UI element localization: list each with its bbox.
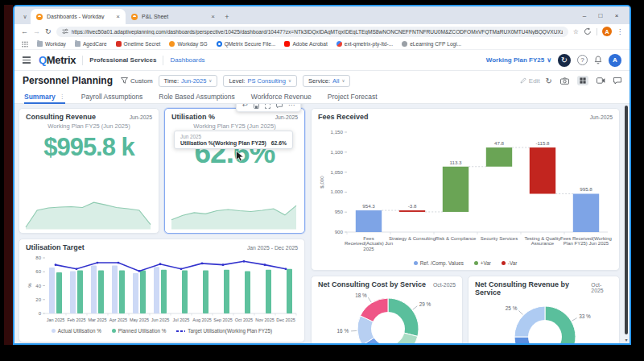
bookmark-item[interactable]: Onetime Secret	[116, 41, 161, 47]
consulting-revenue-card[interactable]: Consulting Revenue Jun-2025 Working Plan…	[19, 108, 159, 234]
svg-text:1,150: 1,150	[331, 129, 344, 135]
bookmark-item[interactable]: ext-qmetrix-pty-ltd-...	[336, 41, 393, 47]
browser-tab-pl-sheet[interactable]: P&L Sheet ×	[126, 9, 221, 24]
grid-icon	[580, 77, 586, 84]
card-title: Fees Received	[318, 113, 369, 121]
comment-icon[interactable]	[276, 104, 283, 109]
cost-by-service-card[interactable]: Net Consulting Cost by Service Oct-2025 …	[311, 276, 463, 343]
bookmark-item[interactable]: Workday	[37, 41, 66, 47]
tab-role-based-assumptions[interactable]: Role Based Assumptions	[159, 90, 235, 101]
qmetrix-logo: QMetrix	[39, 54, 76, 66]
site-settings-icon[interactable]	[62, 28, 68, 35]
svg-text:2025: 2025	[363, 247, 374, 251]
card-title: Net Consulting Cost by Service	[318, 280, 426, 288]
bookmark-item[interactable]: QMetrix Secure File...	[217, 41, 276, 47]
forward-button[interactable]: →	[33, 28, 40, 35]
service-filter[interactable]: Service:All∨	[303, 75, 350, 87]
tab-close-icon[interactable]: ×	[116, 13, 120, 20]
user-avatar[interactable]: A	[609, 54, 621, 67]
svg-text:Feb 2025: Feb 2025	[67, 317, 85, 322]
svg-text:Risk & Compliance: Risk & Compliance	[436, 236, 477, 241]
browser-menu-icon[interactable]: ⋮	[617, 28, 623, 35]
nav-dashboards[interactable]: Dashboards	[170, 56, 204, 64]
browser-profile-avatar[interactable]: A	[602, 27, 612, 36]
bookmark-item[interactable]: eLearning CFP Logi...	[402, 41, 461, 47]
bookmark-star-icon[interactable]: ☆	[573, 28, 579, 35]
svg-text:Fees: Fees	[363, 236, 374, 241]
notifications-bell-icon[interactable]	[594, 56, 602, 64]
url-bar[interactable]: https://livec50a01.adaptiveplanning.com/…	[56, 27, 568, 37]
back-button[interactable]: ←	[21, 28, 28, 35]
bookmark-item[interactable]: AgedCare	[75, 41, 107, 47]
reply-icon[interactable]: ↩	[242, 104, 248, 109]
scrollbar-down-arrow[interactable]: ▾	[624, 337, 629, 342]
chevron-down-icon: ∨	[208, 78, 212, 83]
adobe-favicon	[284, 41, 290, 47]
tab-project-forecast[interactable]: Project Forecast	[328, 90, 378, 101]
kebab-icon[interactable]: ⋮	[60, 93, 65, 100]
tab-payroll-assumptions[interactable]: Payroll Assumptions	[81, 90, 143, 101]
workday-favicon	[131, 14, 138, 20]
tab-summary[interactable]: Summary⋮	[24, 90, 65, 104]
video-icon[interactable]	[597, 77, 605, 84]
chevron-down-icon: ∨	[341, 78, 345, 83]
bookmark-item[interactable]: Adobe Acrobat	[284, 41, 327, 47]
svg-text:18 %: 18 %	[355, 293, 367, 298]
page-scrollbar[interactable]: ▾	[624, 106, 629, 343]
extension-icon[interactable]	[584, 27, 592, 35]
sync-button[interactable]: ↻	[558, 54, 571, 67]
new-tab-button[interactable]: +	[221, 10, 233, 24]
bookmark-item[interactable]: Workday SG	[169, 41, 207, 47]
more-icon[interactable]: ⋯	[288, 104, 295, 109]
scrollbar-thumb[interactable]	[625, 106, 628, 334]
custom-filter-toggle[interactable]: Custom	[121, 77, 153, 85]
edit-button[interactable]: Edit	[520, 77, 540, 85]
utilisation-target-card[interactable]: Utilisation Target Jan 2025 - Dec 2025 0…	[19, 239, 305, 342]
chart-legend: Ref. /Comp. Values +Var -Var	[318, 260, 613, 266]
elearning-favicon	[402, 41, 407, 47]
hamburger-menu-icon[interactable]	[23, 56, 31, 63]
nav-professional-services[interactable]: Professional Services	[89, 56, 156, 64]
folder-icon	[75, 41, 80, 47]
expand-icon[interactable]	[265, 104, 270, 109]
browser-tab-dashboards[interactable]: Dashboards - Workday ×	[31, 9, 126, 24]
maximize-button[interactable]: □	[592, 12, 609, 19]
grid-view-button[interactable]	[577, 76, 588, 85]
utilisation-card[interactable]: ↩ ⋯ Utilisation % Jun-2025 Working Plan …	[164, 108, 305, 234]
pencil-icon	[520, 77, 526, 84]
dashboard-controls: Personnel Planning Custom Time:Jun-2025∨…	[14, 71, 630, 90]
svg-text:Dec 2025: Dec 2025	[276, 317, 295, 322]
level-filter[interactable]: Level:PS Consulting∨	[223, 75, 297, 87]
onetime-secret-favicon	[116, 41, 122, 47]
svg-text:1,050: 1,050	[331, 169, 344, 175]
tooltip-value: 62.6%	[271, 140, 287, 146]
browser-window: ∨ Dashboards - Workday × P&L Sheet × + –…	[13, 5, 631, 345]
svg-text:Aug 2025: Aug 2025	[192, 317, 212, 322]
card-period: Oct-2025	[591, 282, 613, 293]
svg-text:1,100: 1,100	[331, 149, 344, 155]
save-icon[interactable]	[254, 104, 259, 109]
ext-favicon	[336, 41, 342, 47]
tab-search-button[interactable]: ∨	[19, 10, 31, 24]
time-filter[interactable]: Time:Jun-2025∨	[159, 75, 218, 87]
tab-close-icon[interactable]: ×	[211, 13, 215, 20]
close-button[interactable]: ×	[609, 12, 625, 19]
tab-title: P&L Sheet	[142, 14, 207, 19]
card-period: Jun-2025	[275, 114, 298, 120]
svg-text:Mar 2025: Mar 2025	[88, 317, 106, 322]
tooltip-series: Utilisation %(Working Plan FY25)	[180, 140, 266, 146]
revenue-by-service-card[interactable]: Net Consulting Revenue by Service Oct-20…	[468, 276, 620, 343]
folder-icon	[37, 41, 43, 47]
svg-text:Received(Actuals) Jun: Received(Actuals) Jun	[345, 241, 393, 246]
apps-grid-icon[interactable]	[22, 41, 28, 48]
fees-received-card[interactable]: Fees Received Jun-2025 9009501,0001,0501…	[311, 108, 620, 271]
tab-workforce-revenue[interactable]: Workforce Revenue	[251, 90, 312, 101]
comment-icon[interactable]	[613, 77, 621, 85]
minimize-button[interactable]: –	[576, 12, 592, 19]
reload-button[interactable]: ↻	[45, 28, 52, 35]
snapshot-camera-icon[interactable]	[560, 77, 569, 85]
app-header: QMetrix Professional Services Dashboards…	[14, 50, 630, 71]
refresh-icon[interactable]: ↻	[546, 77, 552, 85]
help-button[interactable]: ?	[577, 55, 588, 65]
plan-selector[interactable]: Working Plan FY25∨	[486, 56, 551, 64]
